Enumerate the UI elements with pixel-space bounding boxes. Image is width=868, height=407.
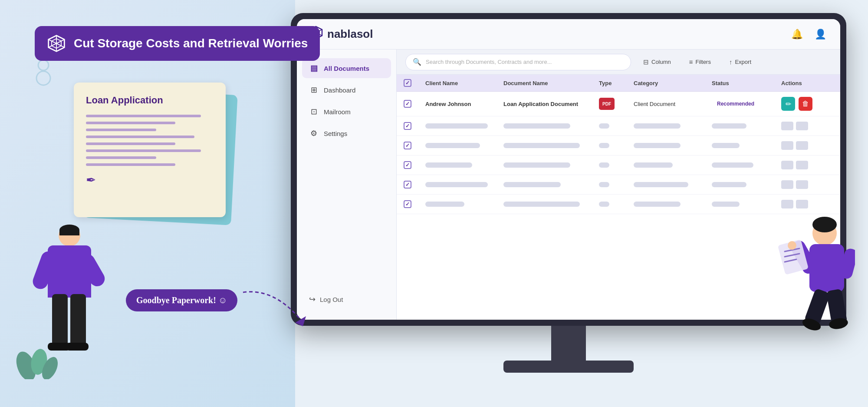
th-category: Category xyxy=(634,80,712,86)
select-all-checkbox[interactable] xyxy=(404,79,411,87)
skeleton-cell xyxy=(425,182,488,187)
skeleton-action xyxy=(796,161,808,169)
row1-client-name: Andrew Johnson xyxy=(425,101,503,107)
skeleton-cell xyxy=(425,162,472,168)
skeleton-action xyxy=(781,180,793,189)
sidebar-item-all-documents[interactable]: ▤ All Documents xyxy=(302,58,391,78)
svg-point-17 xyxy=(812,217,837,232)
notification-button[interactable]: 🔔 xyxy=(789,26,805,42)
search-icon: 🔍 xyxy=(413,58,421,66)
th-checkbox xyxy=(404,79,425,87)
row3-checkbox[interactable] xyxy=(404,142,411,149)
row1-category: Client Document xyxy=(634,101,712,107)
row1-doc-name: Loan Application Document xyxy=(503,101,599,107)
monitor-frame: nablasol 🔔 👤 ▤ All Documents xyxy=(291,13,846,326)
svg-point-29 xyxy=(788,241,796,250)
doc-line-8 xyxy=(86,163,175,166)
doc-line-1 xyxy=(86,115,201,117)
table-row xyxy=(397,175,840,195)
skeleton-cell xyxy=(712,162,753,168)
skeleton-cell xyxy=(634,182,688,187)
column-icon: ⊟ xyxy=(643,58,649,66)
goodbye-text: Goodbye Paperwork! ☺ xyxy=(136,295,227,305)
skeleton-cell xyxy=(599,202,609,207)
monitor-screen: nablasol 🔔 👤 ▤ All Documents xyxy=(297,19,840,320)
filters-button[interactable]: ≡ Filters xyxy=(683,55,717,69)
table-row: Andrew Johnson Loan Application Document… xyxy=(397,92,840,116)
skeleton-action xyxy=(781,200,793,208)
skeleton-action xyxy=(781,122,793,130)
row1-actions: ✏ 🗑 xyxy=(781,97,833,111)
th-client-name: Client Name xyxy=(425,80,503,86)
pdf-type-badge: PDF xyxy=(599,98,615,110)
doc-line-3 xyxy=(86,129,156,131)
skeleton-action xyxy=(796,200,808,208)
column-button[interactable]: ⊟ Column xyxy=(637,55,677,69)
skeleton-cell xyxy=(599,162,609,168)
row4-checkbox[interactable] xyxy=(404,161,411,169)
app-body: ▤ All Documents ⊞ Dashboard ⊡ Mailroom xyxy=(297,50,840,320)
monitor-stand-neck xyxy=(551,326,586,361)
sidebar-item-mailroom[interactable]: ⊡ Mailroom xyxy=(302,102,391,122)
filters-icon: ≡ xyxy=(689,58,693,66)
sidebar-item-dashboard-label: Dashboard xyxy=(324,86,355,94)
badge-heading-text: Cut Storage Costs and Retrieval Worries xyxy=(74,36,308,51)
plant-decoration xyxy=(13,336,65,381)
status-badge: Recommended xyxy=(712,99,760,109)
mailroom-icon: ⊡ xyxy=(309,107,319,116)
skeleton-cell xyxy=(425,202,464,207)
logo-text: nablasol xyxy=(327,27,373,41)
table-row xyxy=(397,195,840,214)
skeleton-cell xyxy=(599,182,609,187)
skeleton-cell xyxy=(599,143,609,148)
skeleton-cell xyxy=(712,182,746,187)
skeleton-cell xyxy=(712,123,746,129)
sidebar-item-dashboard[interactable]: ⊞ Dashboard xyxy=(302,80,391,100)
skeleton-cell xyxy=(425,123,488,129)
skeleton-cell xyxy=(634,123,681,129)
document-stack: Loan Application ✒ xyxy=(69,83,243,248)
skeleton-cell xyxy=(599,123,609,129)
row6-checkbox[interactable] xyxy=(404,200,411,208)
dashboard-icon: ⊞ xyxy=(309,85,319,95)
row2-checkbox[interactable] xyxy=(404,122,411,130)
edit-button[interactable]: ✏ xyxy=(781,97,795,111)
profile-button[interactable]: 👤 xyxy=(812,26,828,42)
export-button[interactable]: ↑ Export xyxy=(723,55,757,69)
doc-line-4 xyxy=(86,136,194,138)
table-header: Client Name Document Name Type Category … xyxy=(397,75,840,92)
search-placeholder-text: Search through Documents, Contracts and … xyxy=(426,59,552,65)
skeleton-action xyxy=(781,161,793,169)
delete-button[interactable]: 🗑 xyxy=(799,97,812,111)
export-icon: ↑ xyxy=(729,58,733,66)
sidebar-item-settings[interactable]: ⚙ Settings xyxy=(302,123,391,143)
header-badge: Cut Storage Costs and Retrieval Worries xyxy=(35,26,320,61)
table-row xyxy=(397,116,840,136)
arrow-decoration xyxy=(239,288,326,333)
skeleton-cell xyxy=(503,143,580,148)
skeleton-cell xyxy=(712,143,740,148)
skeleton-cell xyxy=(503,162,570,168)
document-title: Loan Application xyxy=(86,95,214,106)
th-document-name: Document Name xyxy=(503,80,599,86)
table-row xyxy=(397,136,840,156)
signature: ✒ xyxy=(86,173,214,187)
doc-line-7 xyxy=(86,156,156,159)
skeleton-cell xyxy=(503,123,570,129)
export-label: Export xyxy=(735,59,751,65)
document-main: Loan Application ✒ xyxy=(74,83,226,217)
skeleton-cell xyxy=(634,162,673,168)
skeleton-cell xyxy=(503,182,561,187)
sidebar-item-all-documents-label: All Documents xyxy=(324,65,369,72)
toolbar: 🔍 Search through Documents, Contracts an… xyxy=(397,50,840,75)
search-bar[interactable]: 🔍 Search through Documents, Contracts an… xyxy=(405,54,631,70)
row5-checkbox[interactable] xyxy=(404,181,411,189)
svg-marker-10 xyxy=(295,316,306,326)
sidebar-nav: ▤ All Documents ⊞ Dashboard ⊡ Mailroom xyxy=(297,58,396,288)
row1-checkbox[interactable] xyxy=(404,100,425,108)
badge-icon xyxy=(47,34,66,53)
decorative-circles xyxy=(26,56,61,93)
sidebar-item-settings-label: Settings xyxy=(324,130,347,137)
skeleton-cell xyxy=(503,202,580,207)
skeleton-action xyxy=(781,141,793,150)
